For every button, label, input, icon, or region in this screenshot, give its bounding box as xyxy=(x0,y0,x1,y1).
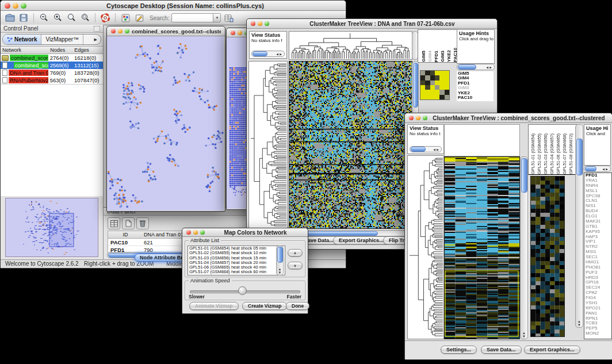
close-button[interactable] xyxy=(186,230,191,235)
minimize-button[interactable] xyxy=(258,21,262,26)
scrollbar-thumb[interactable] xyxy=(413,63,418,108)
zoom-button[interactable] xyxy=(265,21,269,26)
minimize-button[interactable] xyxy=(13,3,18,9)
overview-canvas[interactable] xyxy=(6,198,97,255)
scrollbar-thumb[interactable] xyxy=(458,64,476,70)
row-dendrogram[interactable] xyxy=(407,155,444,339)
network-view-canvas[interactable] xyxy=(107,36,224,210)
network-overview-thumbnail[interactable] xyxy=(5,198,98,257)
column-label[interactable]: GIM3 xyxy=(440,51,445,62)
view-status-scrollbar[interactable]: ◀▶ xyxy=(251,51,285,57)
move-down-button[interactable]: ∨ xyxy=(288,262,303,269)
column-label[interactable]: GPL51-03 (GSM856) xyxy=(543,133,549,174)
column-label[interactable]: GPL51-07 (GSM868) xyxy=(562,133,568,174)
save-icon[interactable] xyxy=(18,13,29,24)
top-dendrogram[interactable] xyxy=(289,31,412,60)
network-table-row[interactable]: DNA and Tran 07 769(0) 183728(0) xyxy=(1,69,103,76)
close-button[interactable] xyxy=(251,21,255,26)
tab-network[interactable]: Network xyxy=(3,35,41,44)
main-titlebar[interactable]: Cytoscape Desktop (Session Name: collins… xyxy=(1,1,346,11)
scroll-arrows-icon[interactable]: ▲▼ xyxy=(521,331,527,338)
treeview1-titlebar[interactable]: ClusterMaker TreeView : DNA and Tran 07-… xyxy=(247,19,497,29)
cluster-heatmap[interactable] xyxy=(444,156,520,339)
column-label[interactable]: GPL51-04 (GSM857) xyxy=(549,133,555,174)
column-label[interactable]: GPL51-02 (GSM855) xyxy=(537,133,542,174)
export-graphics-button[interactable]: Export Graphics... xyxy=(524,346,580,354)
scroll-arrows-icon[interactable]: ◀▶ xyxy=(276,52,284,56)
combo-dropdown-arrow[interactable]: ▼ xyxy=(213,14,220,22)
scrollbar-thumb[interactable] xyxy=(521,158,527,193)
usage-hints-scrollbar[interactable]: ◀▶ xyxy=(457,64,495,70)
animate-vizmap-button[interactable]: Animate Vizmap xyxy=(189,302,239,310)
network-window-titlebar[interactable]: combined_scores_good.txt--cluste... xyxy=(107,26,225,36)
usage-hints-scrollbar[interactable]: ◀▶ xyxy=(584,166,611,172)
scrollbar-thumb[interactable] xyxy=(576,139,583,175)
column-label[interactable]: GPL51-06 (GSM865) xyxy=(556,133,561,174)
move-up-button[interactable]: ∧ xyxy=(288,249,303,256)
new-attribute-icon[interactable] xyxy=(122,217,135,229)
scrollbar-thumb[interactable] xyxy=(411,147,426,152)
close-button[interactable] xyxy=(231,30,235,35)
close-button[interactable] xyxy=(409,116,414,120)
scroll-arrows-icon[interactable]: ◀▶ xyxy=(486,66,494,69)
annotation-icon[interactable] xyxy=(133,13,145,24)
similarity-matrix[interactable] xyxy=(420,70,450,100)
zoom-button[interactable] xyxy=(125,29,129,33)
scrollbar-thumb[interactable] xyxy=(277,247,283,263)
column-label[interactable]: GIM5 xyxy=(421,51,426,62)
zoom-button[interactable] xyxy=(200,230,205,235)
minimize-button[interactable] xyxy=(416,116,420,120)
scrollbar-thumb[interactable] xyxy=(253,51,267,56)
cluster-heatmap[interactable] xyxy=(289,61,412,229)
minimize-button[interactable] xyxy=(193,230,198,235)
gene-label[interactable]: MON2 xyxy=(586,331,611,336)
settings-button[interactable]: Settings... xyxy=(441,346,477,354)
help-lifesaver-icon[interactable] xyxy=(100,13,111,24)
close-button[interactable] xyxy=(5,3,10,9)
attribute-list-scrollbar[interactable]: ▲▼ xyxy=(276,246,284,275)
view-status-scrollbar[interactable]: ◀▶ xyxy=(410,146,442,152)
network-table-row[interactable]: RNAPuberNov2+ 563(0) 107847(0) xyxy=(1,76,103,84)
col-nodes[interactable]: Nodes xyxy=(48,47,72,53)
zoom-selected-icon[interactable] xyxy=(66,13,77,24)
attribute-browser-icon[interactable] xyxy=(223,13,235,24)
tab-overflow-arrow[interactable]: ▶ xyxy=(91,35,101,44)
matrix-label[interactable]: PAC10 xyxy=(458,95,494,100)
create-vizmap-button[interactable]: Create Vizmap xyxy=(242,302,287,310)
zoom-button[interactable] xyxy=(21,3,26,9)
treeview2-titlebar[interactable]: ClusterMaker TreeView : combined_scores_… xyxy=(405,113,612,123)
column-label[interactable]: GPL51-01 (GSM854) xyxy=(530,133,536,174)
row-dendrogram[interactable] xyxy=(248,61,288,229)
right-vscrollbar[interactable]: ▲▼ xyxy=(575,124,583,328)
col-edges[interactable]: Edges xyxy=(72,47,103,53)
scroll-arrows-icon[interactable]: ◀▶ xyxy=(602,167,610,171)
minimize-button[interactable] xyxy=(118,29,123,33)
attribute-list-item[interactable]: GPL51-07 (GSM868) heat shock 60 min xyxy=(189,270,285,274)
zoom-out-icon[interactable] xyxy=(38,13,49,24)
scrollbar-thumb[interactable] xyxy=(585,166,596,171)
top-dendrogram-area[interactable] xyxy=(444,124,520,156)
network-table-row[interactable]: combined_sco 2569(6) 13112(15) xyxy=(1,62,103,69)
done-button[interactable]: Done xyxy=(286,302,309,310)
network-table-row[interactable]: combined_scores 2764(0) 16218(0) xyxy=(1,54,103,62)
open-folder-icon[interactable] xyxy=(4,13,16,24)
zoom-button[interactable] xyxy=(423,116,427,120)
dialog-titlebar[interactable]: Map Colors to Network xyxy=(182,228,308,237)
minimize-button[interactable] xyxy=(238,30,242,35)
search-input[interactable]: ▼ xyxy=(171,13,221,22)
zoom-fit-icon[interactable] xyxy=(79,13,91,24)
zoom-in-icon[interactable] xyxy=(52,13,63,24)
float-panel-icon[interactable] xyxy=(94,26,100,32)
column-label[interactable]: PFD1 xyxy=(434,51,439,62)
column-label[interactable]: GIM4 xyxy=(427,51,433,62)
zoomed-heatmap[interactable] xyxy=(530,176,565,337)
slider-thumb[interactable] xyxy=(238,286,247,295)
column-label[interactable]: YKE2 xyxy=(446,50,452,62)
heatmap-vscrollbar[interactable]: ▲▼ xyxy=(520,156,528,339)
scroll-arrows-icon[interactable]: ▲▼ xyxy=(277,267,283,274)
vizmapper-icon[interactable] xyxy=(120,13,131,24)
delete-attribute-trash-icon[interactable] xyxy=(136,217,149,229)
save-data-button[interactable]: Save Data... xyxy=(481,346,522,354)
export-graphics-button[interactable]: Export Graphics... xyxy=(333,236,389,244)
scroll-arrows-icon[interactable]: ▲▼ xyxy=(576,320,583,327)
